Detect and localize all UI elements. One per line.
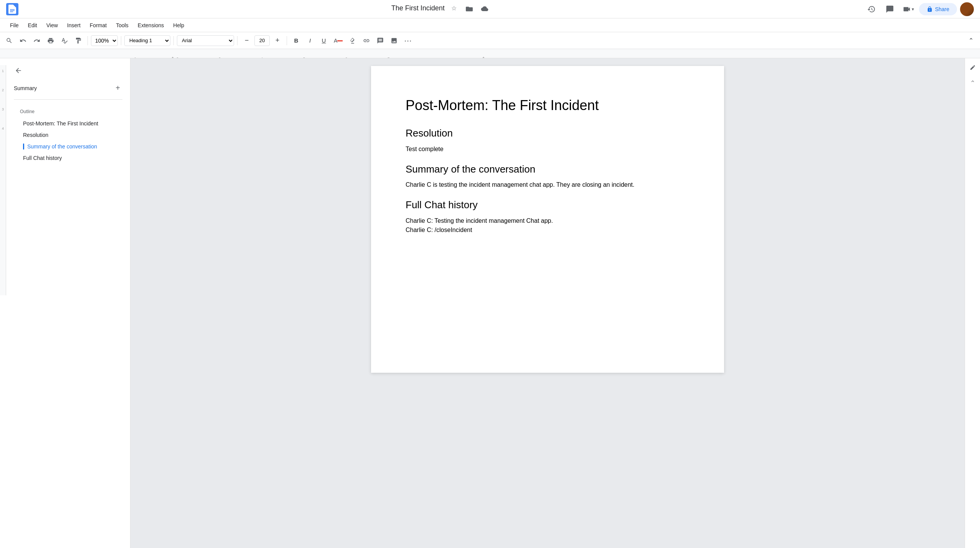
section-fullchat: Full Chat history Charlie C: Testing the… [406, 199, 690, 235]
video-chevron: ▾ [912, 7, 914, 12]
google-docs-icon [6, 3, 18, 15]
ruler: 1 2 3 4 5 6 7 [0, 49, 980, 58]
svg-text:2: 2 [177, 57, 178, 59]
doc-title: The First Incident [391, 4, 445, 12]
toolbar: 100% 75% 125% 150% Heading 1 Normal text… [0, 32, 980, 49]
style-select[interactable]: Heading 1 Normal text Heading 2 Heading … [124, 35, 170, 46]
sidebar-divider [14, 99, 122, 100]
toolbar-sep-2 [121, 36, 121, 45]
italic-button[interactable]: I [304, 35, 316, 47]
search-toolbar-button[interactable] [3, 35, 15, 47]
font-select[interactable]: Arial Times New Roman Courier New [177, 35, 234, 46]
menu-insert[interactable]: Insert [63, 21, 84, 30]
share-button[interactable]: Share [919, 3, 957, 15]
svg-marker-11 [169, 57, 177, 59]
add-summary-button[interactable]: + [113, 83, 122, 93]
collapse-toolbar-button[interactable]: ⌃ [965, 35, 977, 47]
print-button[interactable] [45, 35, 57, 47]
menu-bar: File Edit View Insert Format Tools Exten… [0, 18, 980, 32]
outline-item-summary[interactable]: Summary of the conversation [15, 141, 121, 152]
summary-body[interactable]: Charlie C is testing the incident manage… [406, 180, 690, 189]
active-indicator [23, 143, 24, 150]
comment-button[interactable] [882, 2, 898, 17]
doc-title-section: The First Incident ☆ [22, 0, 860, 18]
font-size-input[interactable] [254, 35, 270, 46]
svg-rect-0 [10, 9, 15, 10]
redo-button[interactable] [31, 35, 43, 47]
menu-view[interactable]: View [43, 21, 62, 30]
svg-text:1: 1 [134, 57, 136, 59]
sidebar-content: Summary + Outline Post-Mortem: The First… [6, 58, 130, 167]
menu-help[interactable]: Help [169, 21, 188, 30]
svg-marker-12 [480, 57, 487, 59]
left-ruler: 1 2 3 4 [0, 65, 6, 295]
history-button[interactable] [864, 2, 879, 17]
outline-item-fullchat[interactable]: Full Chat history [15, 153, 121, 163]
toolbar-sep-5 [287, 36, 287, 45]
fullchat-body[interactable]: Charlie C: Testing the incident manageme… [406, 216, 690, 235]
star-button[interactable]: ☆ [448, 2, 460, 15]
fullchat-line-2: Charlie C: /closeIncident [406, 225, 690, 235]
underline-button[interactable]: U [318, 35, 330, 47]
fullchat-line-1: Charlie C: Testing the incident manageme… [406, 216, 690, 225]
zoom-select[interactable]: 100% 75% 125% 150% [91, 35, 118, 46]
doc-area[interactable]: Post-Mortem: The First Incident Resoluti… [130, 58, 965, 548]
toolbar-sep-1 [87, 36, 88, 45]
document-page[interactable]: Post-Mortem: The First Incident Resoluti… [371, 66, 724, 373]
share-label: Share [935, 6, 949, 12]
svg-text:7: 7 [388, 57, 389, 59]
more-options-button[interactable]: ⋯ [402, 35, 415, 47]
sidebar: 1 2 3 4 Summary + Outline Post-Mortem: T… [0, 58, 130, 548]
video-button[interactable]: ▾ [901, 2, 916, 17]
section-summary: Summary of the conversation Charlie C is… [406, 163, 690, 190]
folder-button[interactable] [463, 2, 475, 15]
svg-text:3: 3 [219, 57, 221, 59]
sidebar-back-section [6, 58, 130, 80]
title-right-actions: ▾ Share [864, 2, 974, 17]
title-bar: The First Incident ☆ ▾ Share [0, 0, 980, 18]
highlight-button[interactable] [346, 35, 359, 47]
resolution-heading[interactable]: Resolution [406, 127, 690, 140]
menu-edit[interactable]: Edit [24, 21, 41, 30]
main-area: 1 2 3 4 Summary + Outline Post-Mortem: T… [0, 58, 980, 548]
summary-section-header: Summary + [6, 80, 130, 96]
toolbar-sep-4 [237, 36, 238, 45]
cloud-save-button[interactable] [478, 2, 491, 15]
resolution-body[interactable]: Test complete [406, 145, 690, 154]
menu-format[interactable]: Format [86, 21, 111, 30]
outline-section: Outline Post-Mortem: The First Incident … [6, 103, 130, 167]
document-title[interactable]: Post-Mortem: The First Incident [406, 97, 690, 115]
svg-text:6: 6 [345, 57, 347, 59]
right-panel [965, 58, 980, 548]
svg-rect-2 [10, 12, 13, 12]
svg-rect-1 [10, 10, 15, 11]
increase-font-button[interactable]: + [271, 35, 284, 47]
outline-heading: Outline [12, 106, 124, 117]
summary-heading[interactable]: Summary of the conversation [406, 163, 690, 176]
menu-tools[interactable]: Tools [112, 21, 132, 30]
summary-label: Summary [14, 85, 37, 91]
link-button[interactable] [360, 35, 373, 47]
outline-item-title[interactable]: Post-Mortem: The First Incident [15, 118, 121, 129]
bold-button[interactable]: B [290, 35, 302, 47]
menu-file[interactable]: File [6, 21, 23, 30]
decrease-font-button[interactable]: − [241, 35, 253, 47]
section-resolution: Resolution Test complete [406, 127, 690, 154]
back-button[interactable] [12, 64, 25, 77]
menu-extensions[interactable]: Extensions [134, 21, 168, 30]
pen-mode-button[interactable] [967, 61, 979, 74]
outline-item-resolution[interactable]: Resolution [15, 130, 121, 140]
svg-text:4: 4 [261, 57, 263, 59]
spellcheck-button[interactable] [58, 35, 71, 47]
undo-button[interactable] [17, 35, 29, 47]
fullchat-heading[interactable]: Full Chat history [406, 199, 690, 212]
collapse-right-button[interactable] [967, 75, 979, 87]
comment-toolbar-button[interactable] [374, 35, 386, 47]
user-avatar[interactable] [960, 2, 974, 16]
svg-text:5: 5 [303, 57, 305, 59]
image-button[interactable] [388, 35, 400, 47]
paint-format-button[interactable] [72, 35, 84, 47]
toolbar-sep-3 [173, 36, 174, 45]
text-color-button[interactable]: A [332, 35, 345, 47]
